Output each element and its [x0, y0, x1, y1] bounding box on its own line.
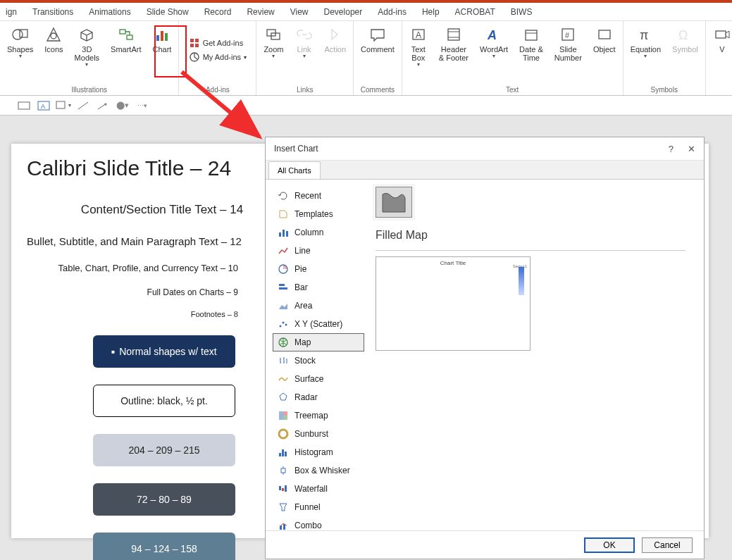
chart-type-recent[interactable]: Recent	[273, 187, 364, 205]
chart-type-box-whisker[interactable]: Box & Whisker	[273, 461, 364, 480]
group-comments: Comment Comments	[354, 21, 402, 95]
video-icon	[713, 25, 731, 44]
chart-type-line[interactable]: Line	[273, 242, 364, 260]
object-button[interactable]: Object	[592, 24, 617, 55]
chart-type-list: RecentTemplatesColumnLinePieBarAreaX Y (…	[273, 187, 364, 523]
tab-developer[interactable]: Developer	[321, 4, 366, 20]
shape-normal[interactable]: Normal shapes w/ text	[93, 335, 235, 368]
tab-review[interactable]: Review	[244, 4, 277, 20]
tab-acrobat[interactable]: ACROBAT	[452, 4, 498, 20]
ok-button[interactable]: OK	[584, 537, 635, 553]
shape-rgb2[interactable]: 72 – 80 – 89	[93, 483, 235, 516]
ribbon-tabs: ign Transitions Animations Slide Show Re…	[0, 3, 732, 21]
tab-view[interactable]: View	[287, 4, 311, 20]
video-button-partial[interactable]: V	[712, 24, 732, 55]
shape-tool[interactable]: ▾	[56, 100, 70, 111]
svg-rect-38	[286, 231, 288, 237]
dialog-tab-allcharts[interactable]: All Charts	[268, 161, 321, 179]
slide-number-button[interactable]: # Slide Number	[553, 24, 583, 63]
combo-icon	[278, 520, 289, 530]
icons-button[interactable]: Icons	[43, 24, 64, 55]
comment-button[interactable]: Comment	[359, 24, 396, 55]
slide-line5: Full Dates on Charts – 9	[27, 287, 238, 297]
svg-rect-29	[18, 102, 30, 109]
cancel-button[interactable]: Cancel	[642, 537, 693, 553]
preview-image[interactable]: Chart Title Series1	[376, 256, 531, 351]
help-icon[interactable]: ?	[669, 144, 674, 154]
svg-rect-57	[282, 488, 284, 491]
column-icon	[278, 227, 289, 238]
tab-design-partial[interactable]: ign	[3, 4, 20, 20]
chart-type-funnel[interactable]: Funnel	[273, 498, 364, 516]
recent-icon	[278, 190, 289, 201]
chart-type-templates[interactable]: Templates	[273, 205, 364, 223]
tab-record[interactable]: Record	[201, 4, 235, 20]
surface-icon	[278, 373, 289, 385]
ribbon: Shapes▾ Icons 3D Models▾ SmartArt Chart …	[0, 21, 732, 96]
chart-type-map[interactable]: Map	[273, 333, 364, 351]
cube-icon	[77, 25, 96, 44]
shape-rgb1[interactable]: 204 – 209 – 215	[93, 434, 235, 466]
shape-rgb3[interactable]: 94 – 124 – 158	[93, 533, 235, 560]
overflow-tool[interactable]: ⋯▾	[135, 100, 149, 111]
rect-tool[interactable]	[17, 100, 31, 111]
svg-rect-41	[279, 287, 287, 290]
wordart-button[interactable]: A WordArt▾	[478, 24, 509, 61]
shapes-button[interactable]: Shapes▾	[6, 24, 35, 61]
chart-type-surface[interactable]: Surface	[273, 370, 364, 388]
svg-point-49	[279, 430, 287, 438]
tab-transitions[interactable]: Transitions	[30, 4, 76, 20]
tab-help[interactable]: Help	[419, 4, 442, 20]
close-icon[interactable]: ✕	[688, 144, 695, 154]
svg-rect-6	[156, 35, 159, 41]
chart-type-histogram[interactable]: Histogram	[273, 443, 364, 461]
tab-biws[interactable]: BIWS	[508, 4, 535, 20]
shape-outline[interactable]: Outline: black, ½ pt.	[93, 385, 235, 417]
models-button[interactable]: 3D Models▾	[73, 24, 101, 69]
chart-type-waterfall[interactable]: Waterfall	[273, 480, 364, 498]
svg-text:A: A	[41, 103, 45, 110]
svg-rect-52	[285, 452, 287, 456]
smartart-button[interactable]: SmartArt	[109, 24, 142, 55]
action-icon	[326, 25, 345, 44]
tab-animations[interactable]: Animations	[86, 4, 133, 20]
header-footer-button[interactable]: Header & Footer	[438, 24, 470, 63]
chart-type-radar[interactable]: Radar	[273, 388, 364, 406]
svg-rect-17	[448, 29, 459, 40]
textbox-tool[interactable]: A	[37, 100, 51, 111]
arrow-line-tool[interactable]	[96, 100, 110, 111]
chart-type-bar[interactable]: Bar	[273, 278, 364, 297]
group-text: A Text Box▾ Header & Footer A WordArt▾ D…	[402, 21, 624, 95]
chart-type-area[interactable]: Area	[273, 297, 364, 315]
svg-rect-36	[279, 232, 281, 237]
chart-icon	[153, 25, 171, 44]
chart-type-stock[interactable]: Stock	[273, 351, 364, 370]
chart-subtype-thumb[interactable]	[376, 187, 412, 218]
chart-type-treemap[interactable]: Treemap	[273, 406, 364, 425]
my-addins-button[interactable]: My Add-ins ▾	[189, 51, 247, 63]
action-button: Action	[323, 24, 348, 55]
more-tool[interactable]: ⬤▾	[116, 100, 130, 111]
waterfall-icon	[278, 483, 289, 494]
date-time-button[interactable]: Date & Time	[518, 24, 545, 63]
svg-text:Ω: Ω	[678, 28, 688, 42]
chart-type-pie[interactable]: Pie	[273, 260, 364, 278]
zoom-button[interactable]: Zoom▾	[262, 24, 285, 61]
get-addins-button[interactable]: Get Add-ins	[189, 37, 247, 49]
chart-type-sunburst[interactable]: Sunburst	[273, 425, 364, 443]
line-tool[interactable]	[76, 100, 90, 111]
x-y-scatter--icon	[278, 318, 289, 330]
chart-type-x-y-scatter-[interactable]: X Y (Scatter)	[273, 315, 364, 333]
textbox-button[interactable]: A Text Box▾	[408, 24, 429, 69]
chart-type-column[interactable]: Column	[273, 223, 364, 242]
tab-slide-show[interactable]: Slide Show	[144, 4, 192, 20]
svg-text:π: π	[640, 28, 648, 42]
svg-rect-53	[281, 468, 285, 473]
chart-button[interactable]: Chart	[151, 24, 173, 55]
tab-addins[interactable]: Add-ins	[375, 4, 409, 20]
svg-rect-5	[127, 35, 132, 39]
equation-button[interactable]: π Equation▾	[629, 24, 662, 61]
templates-icon	[278, 209, 289, 220]
svg-text:#: #	[565, 31, 570, 39]
chart-type-combo[interactable]: Combo	[273, 516, 364, 530]
